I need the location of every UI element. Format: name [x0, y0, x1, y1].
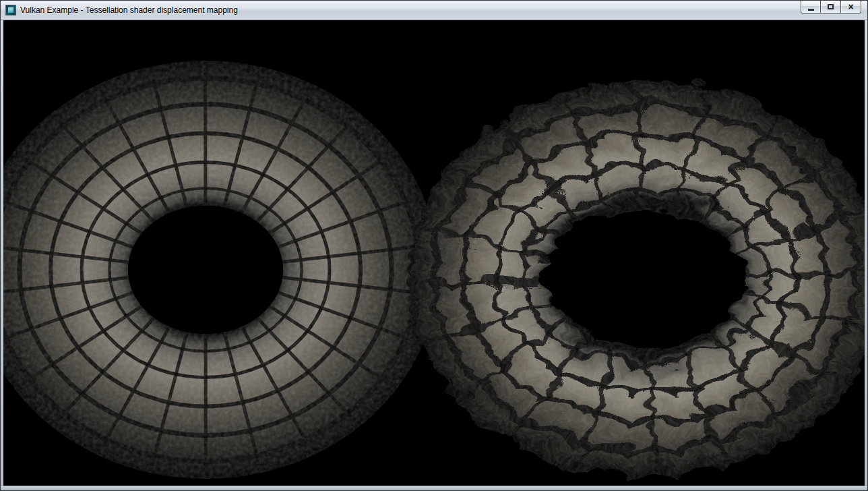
torus-right	[401, 74, 865, 472]
window-title: Vulkan Example - Tessellation shader dis…	[20, 1, 238, 20]
scene-canvas	[3, 20, 865, 486]
window-controls: ×	[801, 1, 861, 13]
torus-left	[3, 61, 438, 479]
frame-bottom	[1, 486, 867, 490]
minimize-icon	[808, 9, 814, 11]
app-window: Vulkan Example - Tessellation shader dis…	[0, 0, 868, 491]
app-icon	[5, 5, 16, 16]
close-icon: ×	[848, 2, 853, 11]
maximize-button[interactable]	[821, 1, 841, 13]
window-frame	[1, 20, 867, 486]
maximize-icon	[828, 4, 834, 9]
titlebar[interactable]: Vulkan Example - Tessellation shader dis…	[1, 1, 867, 20]
frame-right	[865, 20, 867, 486]
render-viewport[interactable]	[3, 20, 865, 486]
close-button[interactable]: ×	[841, 1, 861, 13]
minimize-button[interactable]	[801, 1, 821, 13]
